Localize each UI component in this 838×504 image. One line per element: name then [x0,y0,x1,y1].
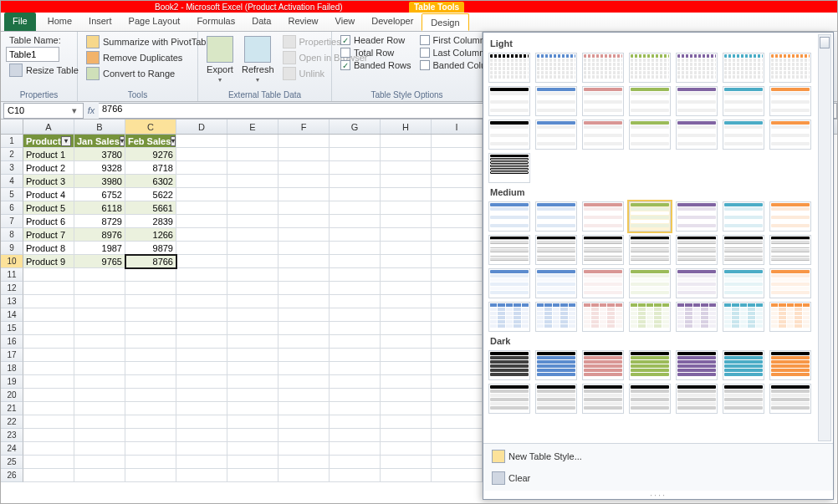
refresh-button[interactable]: Refresh▾ [238,34,278,85]
cell[interactable] [227,175,278,188]
cell[interactable] [227,335,278,349]
cell[interactable] [432,161,483,175]
cell[interactable] [278,375,330,389]
cell[interactable] [330,295,381,308]
row-header[interactable]: 20 [1,389,23,402]
cell[interactable] [23,308,74,322]
cell[interactable] [381,175,432,188]
cell[interactable]: 3780 [74,148,125,161]
cell[interactable] [330,349,381,362]
cell[interactable] [432,295,483,308]
select-all-corner[interactable] [1,120,23,134]
table-style-thumb[interactable] [629,384,671,414]
cell[interactable] [381,375,432,389]
table-style-thumb[interactable] [676,302,718,332]
cell[interactable] [74,308,125,322]
cell[interactable] [23,282,74,295]
cell[interactable]: Product▾ [23,135,74,148]
cell[interactable] [432,415,483,429]
summarize-pivottable-button[interactable]: Summarize with PivotTable [83,34,192,49]
table-style-thumb[interactable] [769,268,811,298]
cell[interactable] [176,389,227,402]
cell[interactable] [381,282,432,295]
cell[interactable] [330,402,381,415]
table-style-thumb[interactable] [629,235,671,265]
cell[interactable] [381,148,432,161]
cell[interactable] [227,161,278,175]
table-style-thumb[interactable] [488,235,530,265]
row-header[interactable]: 3 [1,161,23,175]
table-style-thumb[interactable] [582,350,624,380]
cell[interactable] [278,335,330,349]
banded-rows-check[interactable]: Banded Rows [337,59,415,71]
row-header[interactable]: 10 [1,255,23,268]
cell[interactable] [74,402,125,415]
row-header[interactable]: 24 [1,442,23,456]
col-header[interactable]: G [330,120,381,134]
cell[interactable] [278,349,330,362]
cell[interactable] [176,429,227,442]
cell[interactable] [381,362,432,375]
cell[interactable] [125,295,176,308]
cell[interactable] [278,308,330,322]
cell[interactable]: Product 4 [23,188,74,201]
cell[interactable] [176,442,227,456]
table-style-thumb[interactable] [769,201,811,232]
row-header[interactable]: 17 [1,349,23,362]
cell[interactable] [125,362,176,375]
cell[interactable] [278,402,330,415]
table-style-thumb[interactable] [488,53,530,83]
cell[interactable] [330,322,381,335]
cell[interactable] [381,402,432,415]
table-style-thumb[interactable] [535,302,577,332]
col-header[interactable]: F [278,120,330,134]
tab-review[interactable]: Review [279,13,326,31]
cell[interactable] [330,469,381,482]
col-header[interactable]: D [176,120,227,134]
cell[interactable] [381,135,432,148]
cell[interactable] [176,282,227,295]
gallery-scrollbar[interactable] [818,34,831,441]
table-style-thumb[interactable] [676,235,718,265]
cell[interactable] [278,268,330,282]
table-style-thumb[interactable] [769,384,811,414]
table-style-thumb[interactable] [629,86,671,116]
cell[interactable] [278,469,330,482]
cell[interactable] [278,282,330,295]
cell[interactable] [227,375,278,389]
table-style-thumb[interactable] [723,302,764,332]
cell[interactable] [23,415,74,429]
cell[interactable] [227,322,278,335]
table-style-thumb[interactable] [629,302,671,332]
table-style-thumb[interactable] [535,53,577,83]
col-header[interactable]: E [227,120,278,134]
row-header[interactable]: 4 [1,175,23,188]
table-style-thumb[interactable] [723,350,764,380]
cell[interactable] [278,362,330,375]
cell[interactable] [330,282,381,295]
row-header[interactable]: 9 [1,242,23,255]
cell[interactable] [432,322,483,335]
cell[interactable]: Product 8 [23,242,74,255]
cell[interactable] [176,402,227,415]
cell[interactable] [125,402,176,415]
table-style-thumb[interactable] [676,120,718,150]
cell[interactable] [330,135,381,148]
cell[interactable]: Product 7 [23,228,74,242]
cell[interactable]: 3980 [74,175,125,188]
cell[interactable] [125,429,176,442]
cell[interactable] [278,242,330,255]
cell[interactable] [432,308,483,322]
fx-icon[interactable]: fx [84,105,99,115]
cell[interactable] [432,228,483,242]
cell[interactable] [74,456,125,469]
table-style-thumb[interactable] [488,86,530,116]
cell[interactable] [278,228,330,242]
cell[interactable] [432,442,483,456]
cell[interactable] [74,362,125,375]
cell[interactable] [227,429,278,442]
cell[interactable] [432,456,483,469]
cell[interactable] [74,429,125,442]
table-style-thumb[interactable] [582,201,624,232]
cell[interactable] [227,228,278,242]
